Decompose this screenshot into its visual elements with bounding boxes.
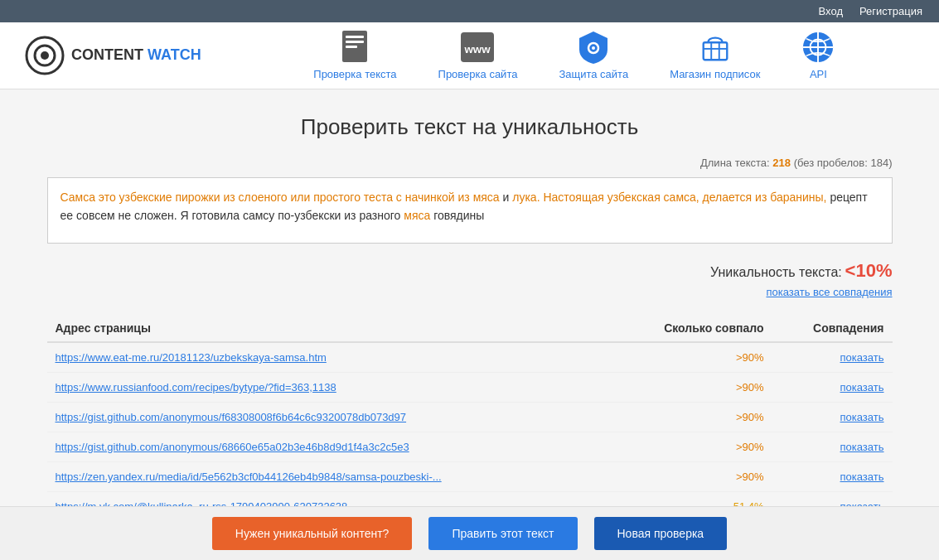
length-label: Длина текста: xyxy=(700,157,770,169)
doc-icon xyxy=(338,31,371,64)
show-link[interactable]: показать xyxy=(840,351,884,364)
show-link[interactable]: показать xyxy=(840,381,884,393)
cell-action: показать xyxy=(772,462,893,492)
svg-rect-6 xyxy=(346,46,357,48)
new-check-button[interactable]: Новая проверка xyxy=(594,517,728,550)
unique-content-button[interactable]: Нужен уникальный контент? xyxy=(212,517,413,550)
edit-text-button[interactable]: Править этот текст xyxy=(428,517,577,550)
table-row: https://www.eat-me.ru/20181123/uzbekskay… xyxy=(47,342,893,373)
text-part-1: Самса это узбекские пирожки из слоеного … xyxy=(61,191,500,204)
show-all-link[interactable]: показать все совпадения xyxy=(47,286,893,298)
page-title: Проверить текст на уникальность xyxy=(47,114,893,140)
table-row: https://gist.github.com/anonymous/f68308… xyxy=(47,403,893,432)
cell-pct: >90% xyxy=(612,462,772,492)
www-icon: www xyxy=(461,31,494,64)
url-link[interactable]: https://gist.github.com/anonymous/f68308… xyxy=(56,411,407,423)
svg-point-2 xyxy=(41,51,49,60)
topbar: Вход Регистрация xyxy=(0,0,939,22)
text-content: Самса это узбекские пирожки из слоеного … xyxy=(61,191,868,222)
uniqueness-label: Уникальность текста: xyxy=(710,265,842,279)
nav-shop-label: Магазин подписок xyxy=(670,68,760,80)
nav-check-site[interactable]: www Проверка сайта xyxy=(438,31,518,80)
header: CONTENT WATCH Проверка текста www xyxy=(0,22,939,89)
table-row: https://zen.yandex.ru/media/id/5e562b3cf… xyxy=(47,462,893,492)
cell-url: https://gist.github.com/anonymous/f68308… xyxy=(47,403,612,432)
nav-check-text-label: Проверка текста xyxy=(313,68,396,80)
main-nav: Проверка текста www Проверка сайта Защит xyxy=(235,31,914,80)
text-part-5: говядины xyxy=(430,209,484,222)
nav-check-site-label: Проверка сайта xyxy=(438,68,518,80)
svg-text:www: www xyxy=(464,43,491,56)
col-action: Совпадения xyxy=(772,315,893,342)
register-link[interactable]: Регистрация xyxy=(859,5,922,17)
col-pct: Сколько совпало xyxy=(612,315,772,342)
length-value: 218 xyxy=(772,157,791,169)
text-part-4: мяса xyxy=(404,209,430,222)
show-link[interactable]: показать xyxy=(840,411,884,423)
cell-action: показать xyxy=(772,403,893,432)
logo-icon xyxy=(25,36,65,75)
svg-rect-5 xyxy=(346,41,364,43)
cell-pct: >90% xyxy=(612,403,772,432)
url-link[interactable]: https://www.russianfood.com/recipes/byty… xyxy=(56,381,336,393)
col-url: Адрес страницы xyxy=(47,315,612,342)
cell-pct: >90% xyxy=(612,373,772,403)
uniqueness-value: <10% xyxy=(845,260,893,281)
show-link[interactable]: показать xyxy=(840,471,884,483)
basket-icon xyxy=(699,31,732,64)
show-link[interactable]: показать xyxy=(840,441,884,453)
table-header-row: Адрес страницы Сколько совпало Совпадени… xyxy=(47,315,893,342)
nav-api[interactable]: API xyxy=(801,31,835,80)
shield-icon xyxy=(577,31,610,64)
table-row: https://www.russianfood.com/recipes/byty… xyxy=(47,373,893,403)
uniqueness-row: Уникальность текста: <10% xyxy=(47,260,893,282)
length-no-spaces: (без пробелов: 184) xyxy=(794,157,893,169)
url-link[interactable]: https://gist.github.com/anonymous/68660e… xyxy=(56,441,409,453)
nav-protect-site-label: Защита сайта xyxy=(559,68,628,80)
logo[interactable]: CONTENT WATCH xyxy=(25,36,201,75)
cell-url: https://zen.yandex.ru/media/id/5e562b3cf… xyxy=(47,462,612,492)
text-part-2: лука. Настоящая узбекская самса, делаетс… xyxy=(512,191,826,204)
logo-text: CONTENT WATCH xyxy=(71,47,201,64)
nav-shop[interactable]: Магазин подписок xyxy=(670,31,760,80)
nav-check-text[interactable]: Проверка текста xyxy=(313,31,396,80)
cell-action: показать xyxy=(772,342,893,373)
cell-action: показать xyxy=(772,373,893,403)
svg-rect-4 xyxy=(346,36,364,38)
svg-point-10 xyxy=(592,46,595,50)
url-link[interactable]: https://zen.yandex.ru/media/id/5e562b3cf… xyxy=(56,471,442,483)
text-part-and: и xyxy=(500,191,513,204)
table-row: https://gist.github.com/anonymous/68660e… xyxy=(47,432,893,462)
text-length-info: Длина текста: 218 (без пробелов: 184) xyxy=(47,157,893,169)
login-link[interactable]: Вход xyxy=(819,5,843,17)
url-link[interactable]: https://www.eat-me.ru/20181123/uzbekskay… xyxy=(56,351,327,364)
cell-pct: >90% xyxy=(612,432,772,462)
main-content: Проверить текст на уникальность Длина те… xyxy=(31,89,909,560)
nav-protect-site[interactable]: Защита сайта xyxy=(559,31,628,80)
cell-pct: >90% xyxy=(612,342,772,373)
cell-url: https://gist.github.com/anonymous/68660e… xyxy=(47,432,612,462)
cell-url: https://www.eat-me.ru/20181123/uzbekskay… xyxy=(47,342,612,373)
input-text-box: Самса это узбекские пирожки из слоеного … xyxy=(47,177,893,244)
svg-rect-11 xyxy=(703,42,727,60)
nav-api-label: API xyxy=(810,68,827,80)
bottom-bar: Нужен уникальный контент? Править этот т… xyxy=(0,506,939,560)
cell-url: https://www.russianfood.com/recipes/byty… xyxy=(47,373,612,403)
cell-action: показать xyxy=(772,432,893,462)
api-icon xyxy=(801,31,835,64)
